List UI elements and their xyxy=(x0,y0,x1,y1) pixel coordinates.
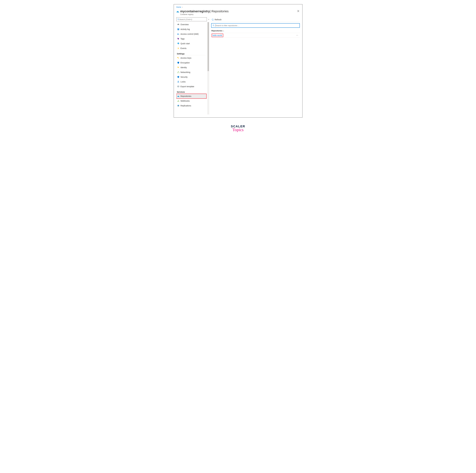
sidebar-section-services: Services xyxy=(176,89,205,94)
webhook-icon xyxy=(177,100,179,102)
filter-repositories-box[interactable] xyxy=(211,23,300,28)
svg-point-13 xyxy=(177,33,178,34)
sidebar-item-identity[interactable]: Identity xyxy=(176,65,206,70)
container-registry-icon xyxy=(176,10,179,13)
sidebar-item-encryption[interactable]: Encryption xyxy=(176,60,206,65)
resource-subtype: Container registry xyxy=(180,14,297,16)
svg-rect-10 xyxy=(178,29,179,29)
sidebar: « Overview Activity log Access control (… xyxy=(176,17,209,115)
repositories-column-header[interactable]: Repositories ↑↓ xyxy=(211,29,300,33)
registry-name: mycontainerregistry xyxy=(180,10,210,13)
search-icon xyxy=(213,24,215,26)
sidebar-item-label: Export template xyxy=(181,85,194,88)
sidebar-item-repositories[interactable]: Repositories xyxy=(176,94,206,99)
cloud-icon xyxy=(177,23,179,26)
svg-point-7 xyxy=(177,19,179,20)
sidebar-item-label: Access keys xyxy=(181,57,191,59)
svg-rect-19 xyxy=(178,68,179,68)
sidebar-item-replications[interactable]: Replications xyxy=(176,103,206,108)
sidebar-section-settings: Settings xyxy=(176,51,205,55)
breadcrumb-home-link[interactable]: Home xyxy=(176,6,181,8)
svg-point-20 xyxy=(178,67,178,67)
sort-icon: ↑↓ xyxy=(223,30,224,32)
page-title: mycontainerregistry| Repositories xyxy=(180,10,297,13)
sidebar-item-activity-log[interactable]: Activity log xyxy=(176,27,206,32)
main-content: Refresh Repositories ↑↓ hello-world ⋯ xyxy=(211,17,300,115)
sidebar-item-overview[interactable]: Overview xyxy=(176,22,206,27)
text-cursor xyxy=(215,24,216,27)
sidebar-item-label: Quick start xyxy=(181,42,190,45)
repository-link-hello-world[interactable]: hello-world xyxy=(213,34,222,36)
toolbar: Refresh xyxy=(211,17,300,22)
lightning-icon xyxy=(177,47,179,50)
sidebar-item-label: Replications xyxy=(181,104,191,107)
sidebar-item-label: Identity xyxy=(181,66,187,68)
sidebar-item-label: Events xyxy=(181,47,187,50)
sidebar-item-label: Activity log xyxy=(181,28,190,30)
sidebar-item-label: Networking xyxy=(181,71,190,73)
svg-rect-11 xyxy=(178,29,179,29)
filter-repositories-input[interactable] xyxy=(216,24,298,27)
sidebar-search-box[interactable] xyxy=(176,17,207,21)
sidebar-item-locks[interactable]: Locks xyxy=(176,79,206,84)
sidebar-item-tags[interactable]: Tags xyxy=(176,36,206,41)
row-actions-button[interactable]: ⋯ xyxy=(296,34,299,36)
breadcrumb: Home › xyxy=(176,6,300,9)
sidebar-item-quick-start[interactable]: Quick start xyxy=(176,41,206,46)
globe-icon xyxy=(177,104,179,107)
sidebar-item-label: Webhooks xyxy=(181,100,190,102)
sidebar-item-label: Tags xyxy=(181,38,185,40)
sidebar-item-security[interactable]: Security xyxy=(176,75,206,79)
chevron-right-icon: › xyxy=(182,6,183,8)
sidebar-nav: Overview Activity log Access control (IA… xyxy=(176,22,207,115)
sidebar-item-networking[interactable]: Networking xyxy=(176,70,206,75)
scaler-topics-logo: SCALER Topics xyxy=(174,125,303,132)
page-header: mycontainerregistry| Repositories Contai… xyxy=(176,10,300,16)
svg-rect-29 xyxy=(178,97,179,97)
svg-line-8 xyxy=(178,20,179,20)
repositories-header-label: Repositories xyxy=(211,30,222,32)
refresh-icon xyxy=(212,18,214,21)
page-title-text: Repositories xyxy=(211,10,229,13)
close-button[interactable] xyxy=(297,10,300,13)
sidebar-item-access-control[interactable]: Access control (IAM) xyxy=(176,32,206,36)
search-icon xyxy=(177,18,179,20)
refresh-button[interactable]: Refresh xyxy=(211,18,222,21)
sidebar-item-access-keys[interactable]: Access keys xyxy=(176,56,206,60)
sidebar-scrollbar[interactable] xyxy=(207,22,209,115)
shield-icon xyxy=(177,62,179,64)
svg-line-25 xyxy=(178,71,179,73)
tag-icon xyxy=(177,38,179,40)
sidebar-item-label: Locks xyxy=(181,81,186,83)
log-icon xyxy=(177,28,179,30)
sidebar-item-label: Overview xyxy=(181,23,189,26)
portal-frame: Home › mycontainerregistry| Repositories… xyxy=(174,4,303,118)
sidebar-item-export-template[interactable]: Export template xyxy=(176,84,206,89)
cloud-arrow-icon xyxy=(177,42,179,45)
sidebar-item-webhooks[interactable]: Webhooks xyxy=(176,99,206,103)
svg-rect-12 xyxy=(178,30,178,30)
svg-point-14 xyxy=(178,34,179,34)
shield-check-icon xyxy=(177,76,179,78)
sidebar-search-input[interactable] xyxy=(179,18,206,20)
network-icon xyxy=(177,71,179,73)
svg-line-24 xyxy=(178,71,178,73)
sidebar-item-label: Security xyxy=(181,76,188,78)
refresh-label: Refresh xyxy=(215,18,221,21)
sidebar-item-label: Access control (IAM) xyxy=(181,33,199,35)
svg-rect-26 xyxy=(178,82,179,83)
svg-point-15 xyxy=(178,38,178,38)
svg-point-36 xyxy=(178,106,179,106)
sidebar-item-label: Repositories xyxy=(181,95,191,97)
sidebar-item-events[interactable]: Events xyxy=(176,46,206,51)
export-icon xyxy=(177,85,179,88)
logo-line2: Topics xyxy=(174,127,303,132)
padlock-icon xyxy=(177,81,179,83)
collapse-sidebar-button[interactable]: « xyxy=(208,18,209,20)
registry-icon xyxy=(177,95,179,97)
svg-point-37 xyxy=(213,25,214,26)
scrollbar-thumb[interactable] xyxy=(207,22,209,71)
people-icon xyxy=(177,33,179,35)
repo-link-highlight: hello-world xyxy=(212,34,223,37)
svg-line-38 xyxy=(214,26,214,26)
